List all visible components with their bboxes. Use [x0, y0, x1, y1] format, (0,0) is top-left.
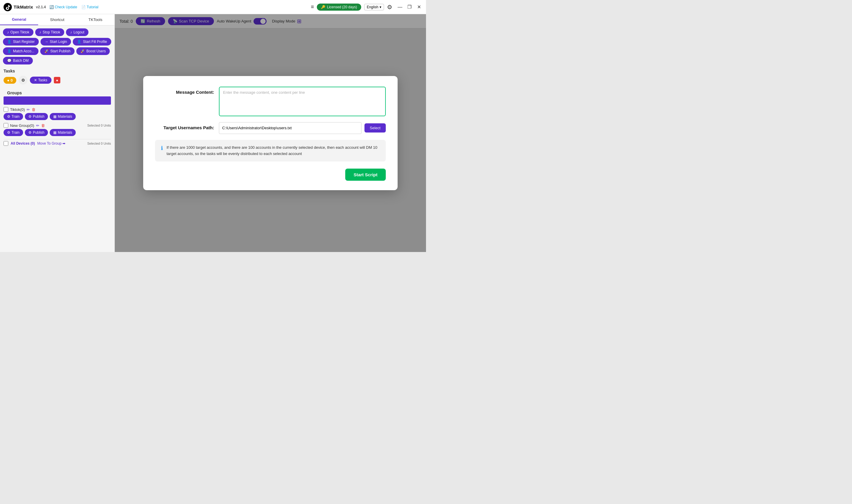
window-controls: — ❐ ✕ — [396, 3, 422, 11]
modal-overlay: Message Content: Target Usernames Path: … — [115, 14, 426, 252]
key-icon: 🔑 — [321, 5, 325, 9]
hamburger-button[interactable]: ≡ — [311, 4, 314, 10]
tasks-button[interactable]: ✕ Tasks — [30, 77, 52, 84]
materials-button-tiktok[interactable]: ▦ Materials — [50, 113, 76, 120]
edit-icon-tiktok[interactable]: ✏ — [26, 107, 30, 112]
match-icon: 👤 — [7, 49, 12, 53]
doc-icon: 📄 — [81, 5, 86, 9]
publish-icon: 🚀 — [44, 49, 49, 53]
group-item-newgroup: New Group(0) ✏ 🗑 Selected 0 Units ⚙ Trai… — [3, 123, 111, 136]
main-content: Total: 0 🔄 Refresh 📡 Scan TCP Device Aut… — [115, 14, 426, 252]
title-bar-right: ≡ 🔑 Licensed (20 days) English ▾ ⚙ — ❐ ✕ — [311, 3, 422, 11]
refresh-icon: 🔄 — [49, 5, 54, 9]
tasks-dot-icon: ● — [7, 78, 10, 83]
tasks-row: ● 0 ⚙ ✕ Tasks ■ — [0, 74, 114, 86]
message-content-label: Message Content: — [155, 87, 214, 95]
maximize-button[interactable]: ❐ — [406, 3, 413, 11]
start-login-button[interactable]: → Start Login — [40, 38, 71, 46]
close-button[interactable]: ✕ — [415, 3, 422, 11]
train-button-newgroup[interactable]: ⚙ Train — [3, 129, 23, 136]
open-tiktok-button[interactable]: ♪ Open Tiktok — [3, 29, 33, 36]
edit-icon-newgroup[interactable]: ✏ — [36, 123, 39, 128]
app-logo: TikMatrix v2.1.4 — [3, 3, 46, 11]
settings-button[interactable]: ⚙ — [387, 3, 392, 11]
materials-icon-tiktok: ▦ — [53, 114, 56, 119]
tasks-stop-button[interactable]: ■ — [54, 77, 60, 84]
publish-icon-newgroup: ⚙ — [29, 130, 32, 134]
tiktok-icon: ♪ — [7, 30, 9, 34]
start-fill-profile-button[interactable]: 👤 Start Fill Profile — [73, 38, 111, 46]
materials-icon-newgroup: ▦ — [53, 130, 56, 134]
target-path-input-row: Select — [219, 122, 386, 134]
all-devices-row: All Devices (0) Move To Group ➡ Selected… — [3, 139, 111, 146]
modal-footer: Start Script — [155, 168, 386, 181]
logout-button[interactable]: ♪ Logout — [66, 29, 88, 36]
group-checkbox-tiktok[interactable] — [3, 107, 8, 112]
move-to-group-button[interactable]: Move To Group ➡ — [37, 141, 66, 145]
group-item-tiktok: Tiktok(0) ✏ 🗑 ⚙ Train ⚙ Publish ▦ — [3, 107, 111, 120]
publish-icon-tiktok: ⚙ — [29, 114, 32, 119]
materials-button-newgroup[interactable]: ▦ Materials — [50, 129, 76, 136]
tab-tktools[interactable]: TKTools — [76, 14, 114, 25]
target-path-input[interactable] — [219, 122, 362, 134]
group-action-buttons-tiktok: ⚙ Train ⚙ Publish ▦ Materials — [3, 113, 111, 120]
start-register-button[interactable]: 👤 Start Register — [3, 38, 39, 46]
info-icon: ℹ — [161, 145, 163, 151]
group-header-newgroup: New Group(0) ✏ 🗑 Selected 0 Units — [3, 123, 111, 128]
tasks-count-badge: ● 0 — [3, 77, 16, 84]
train-icon-newgroup: ⚙ — [7, 130, 10, 134]
delete-icon-newgroup[interactable]: 🗑 — [41, 123, 45, 128]
title-links: 🔄 Check Update 📄 Tutorial — [49, 5, 98, 9]
boost-users-button[interactable]: 🚀 Boost Users — [76, 47, 110, 55]
tab-shortcut[interactable]: Shortcut — [38, 14, 76, 25]
target-path-row: Target Usernames Path: Select — [155, 122, 386, 134]
train-button-tiktok[interactable]: ⚙ Train — [3, 113, 23, 120]
all-devices-selected-label: Selected 0 Units — [87, 142, 111, 145]
tab-general[interactable]: General — [0, 14, 38, 25]
minimize-button[interactable]: — — [396, 3, 403, 11]
select-file-button[interactable]: Select — [364, 123, 386, 132]
publish-button-tiktok[interactable]: ⚙ Publish — [25, 113, 48, 120]
start-script-button[interactable]: Start Script — [345, 168, 386, 181]
logout-icon: ♪ — [70, 30, 72, 34]
group-checkbox-newgroup[interactable] — [3, 123, 8, 128]
profile-icon: 👤 — [77, 40, 81, 44]
licensed-button[interactable]: 🔑 Licensed (20 days) — [317, 3, 361, 11]
group-name-tiktok: Tiktok(0) — [10, 107, 25, 112]
app-version: v2.1.4 — [36, 5, 46, 9]
check-update-link[interactable]: 🔄 Check Update — [49, 5, 77, 9]
modal-info-box: ℹ If there are 1000 target accounts, and… — [155, 140, 386, 162]
all-devices-label: All Devices (0) — [11, 141, 35, 145]
all-devices-checkbox[interactable] — [3, 141, 8, 146]
message-content-input[interactable] — [219, 87, 386, 116]
start-publish-button[interactable]: 🚀 Start Publish — [40, 47, 75, 55]
language-selector[interactable]: English ▾ — [364, 4, 384, 10]
app-name: TikMatrix — [14, 4, 33, 10]
sidebar-tabs: General Shortcut TKTools — [0, 14, 114, 25]
delete-icon-tiktok[interactable]: 🗑 — [32, 107, 36, 112]
tasks-icon: ✕ — [34, 78, 37, 82]
tasks-settings-icon-btn[interactable]: ⚙ — [19, 76, 28, 85]
boost-icon: 🚀 — [80, 49, 85, 53]
modal-info-text: If there are 1000 target accounts, and t… — [166, 145, 380, 157]
title-bar: TikMatrix v2.1.4 🔄 Check Update 📄 Tutori… — [0, 0, 426, 14]
register-icon: 👤 — [7, 40, 12, 44]
main-layout: General Shortcut TKTools ♪ Open Tiktok ♪… — [0, 14, 426, 252]
tiktok-logo-icon — [3, 3, 12, 11]
match-account-button[interactable]: 👤 Match Acco... — [3, 47, 38, 55]
stop-icon: ♪ — [39, 30, 41, 34]
dm-icon: 💬 — [7, 58, 12, 63]
target-path-label: Target Usernames Path: — [155, 122, 214, 130]
groups-bar — [3, 96, 111, 105]
sidebar-action-buttons: ♪ Open Tiktok ♪ Stop Tiktok ♪ Logout 👤 S… — [0, 25, 114, 66]
tasks-section-title: Tasks — [0, 66, 114, 74]
stop-tiktok-button[interactable]: ♪ Stop Tiktok — [35, 29, 64, 36]
publish-button-newgroup[interactable]: ⚙ Publish — [25, 129, 48, 136]
batch-dm-button[interactable]: 💬 Batch DM — [3, 57, 33, 65]
sidebar: General Shortcut TKTools ♪ Open Tiktok ♪… — [0, 14, 115, 252]
tutorial-link[interactable]: 📄 Tutorial — [81, 5, 98, 9]
message-content-row: Message Content: — [155, 87, 386, 116]
group-name-newgroup: New Group(0) — [10, 123, 34, 128]
arrow-right-icon: ➡ — [62, 141, 66, 145]
group-action-buttons-newgroup: ⚙ Train ⚙ Publish ▦ Materials — [3, 129, 111, 136]
